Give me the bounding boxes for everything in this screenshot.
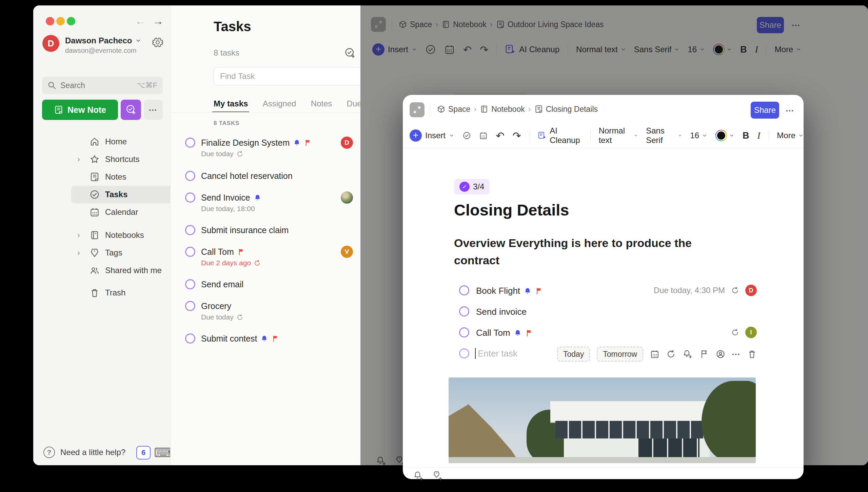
- font-family-select[interactable]: Sans Serif: [646, 126, 682, 145]
- assign-icon[interactable]: [716, 349, 725, 359]
- task-row[interactable]: Send invoice: [454, 303, 757, 322]
- people-icon: [89, 265, 100, 275]
- ai-cleanup-button[interactable]: AI Cleanup: [538, 126, 582, 145]
- calendar-icon[interactable]: [479, 130, 488, 141]
- gear-icon[interactable]: [152, 37, 163, 48]
- font-size-select[interactable]: 16: [690, 131, 707, 140]
- help-label: Need a little help?: [60, 448, 125, 457]
- notebook-icon: [480, 105, 489, 114]
- note-modal: Space › Notebook › Closing Details Share…: [403, 95, 804, 479]
- task-checkbox[interactable]: [185, 138, 195, 148]
- tab-assigned[interactable]: Assigned: [263, 99, 296, 112]
- more-formatting-select[interactable]: More: [777, 131, 804, 140]
- task-checkbox[interactable]: [459, 327, 469, 337]
- house-photo[interactable]: [449, 377, 756, 463]
- task-row[interactable]: Call Tom I: [454, 324, 757, 343]
- delete-task-icon[interactable]: [747, 349, 757, 359]
- task-checkbox: [459, 348, 469, 358]
- flag-icon: [237, 248, 245, 256]
- insert-button[interactable]: +Insert: [410, 129, 454, 142]
- task-checkbox[interactable]: [185, 279, 195, 289]
- reminder-bell-icon: [514, 329, 522, 337]
- due-tomorrow-button[interactable]: Tomorrow: [597, 347, 643, 362]
- check-circle-icon: [89, 189, 100, 200]
- help-link[interactable]: ? Need a little help?: [43, 447, 125, 458]
- task-checkbox[interactable]: [185, 301, 195, 311]
- task-checkbox[interactable]: [185, 333, 195, 344]
- task-more-icon[interactable]: •••: [732, 351, 741, 357]
- account-switcher[interactable]: Dawson Pacheco: [65, 36, 141, 45]
- task-checkbox[interactable]: [459, 285, 469, 295]
- note-subtitle[interactable]: Overview Everything is here to produce t…: [454, 234, 725, 269]
- breadcrumb-space[interactable]: Space: [448, 105, 470, 114]
- progress-check-icon: ✓: [459, 182, 470, 192]
- repeat-icon: [254, 260, 261, 267]
- tab-notes[interactable]: Notes: [311, 99, 332, 112]
- repeat-icon[interactable]: [731, 328, 739, 336]
- task-checkbox[interactable]: [185, 225, 195, 235]
- note-more-icon[interactable]: •••: [786, 108, 794, 114]
- add-tag-icon[interactable]: [432, 470, 443, 481]
- assignee-avatar[interactable]: D: [341, 137, 353, 149]
- due-date[interactable]: Due today, 4:30 PM: [654, 286, 725, 295]
- tasks-panel: Tasks 8 tasks ••• Find Task My tasks Ass…: [170, 5, 360, 465]
- calendar-icon: [89, 207, 100, 217]
- italic-button[interactable]: I: [757, 130, 761, 141]
- chevron-right-icon[interactable]: ›: [77, 231, 80, 239]
- note-title[interactable]: Closing Details: [454, 201, 569, 219]
- repeat-icon[interactable]: [731, 286, 739, 294]
- set-date-icon[interactable]: [650, 349, 659, 359]
- flag-icon: [304, 139, 312, 147]
- new-note-button[interactable]: New Note: [42, 100, 118, 120]
- new-task-button[interactable]: [121, 100, 141, 120]
- expand-note-icon[interactable]: [410, 102, 425, 117]
- notification-count-badge[interactable]: 6: [136, 446, 151, 459]
- find-task-input[interactable]: Find Task: [214, 67, 385, 85]
- add-task-icon[interactable]: [344, 47, 356, 59]
- task-checkbox[interactable]: [185, 171, 195, 181]
- redo-icon[interactable]: ↷: [513, 130, 521, 142]
- task-checkbox[interactable]: [185, 247, 195, 257]
- find-task-placeholder: Find Task: [220, 71, 370, 81]
- task-check-icon[interactable]: [462, 130, 471, 141]
- task-row[interactable]: Book Flight Due today, 4:30 PM D: [454, 282, 757, 301]
- new-task-row[interactable]: Enter task Today Tomorrow •••: [454, 345, 757, 364]
- search-shortcut: ⌥⌘F: [137, 81, 157, 90]
- flag-icon[interactable]: [699, 349, 709, 359]
- chevron-right-icon[interactable]: ›: [77, 249, 80, 257]
- repeat-icon: [236, 314, 243, 321]
- note-plus-icon: [54, 105, 63, 115]
- nav-back-icon[interactable]: ←: [135, 15, 146, 27]
- add-reminder-icon[interactable]: [683, 349, 693, 359]
- text-color-select[interactable]: [715, 130, 734, 141]
- window-zoom-button[interactable]: [67, 17, 75, 25]
- breadcrumb-note[interactable]: Closing Details: [546, 105, 598, 114]
- tab-my-tasks[interactable]: My tasks: [214, 99, 248, 112]
- assignee-avatar[interactable]: V: [341, 246, 353, 258]
- window-minimize-button[interactable]: [56, 17, 65, 25]
- more-create-button[interactable]: •••: [144, 100, 163, 120]
- assignee-avatar[interactable]: I: [745, 327, 757, 338]
- breadcrumb-notebook[interactable]: Notebook: [491, 105, 525, 114]
- divider: [430, 103, 430, 117]
- share-button[interactable]: Share: [751, 102, 779, 119]
- add-reminder-icon[interactable]: [413, 470, 424, 481]
- chevron-right-icon[interactable]: ›: [77, 155, 80, 163]
- assignee-avatar[interactable]: D: [745, 285, 757, 296]
- paragraph-style-select[interactable]: Normal text: [599, 126, 638, 145]
- nav-forward-icon[interactable]: →: [153, 15, 163, 27]
- assignee-avatar-photo[interactable]: [341, 191, 353, 204]
- modal-toolbar: +Insert ↶ ↷ AI Cleanup Normal text Sans …: [410, 126, 804, 145]
- bold-button[interactable]: B: [743, 130, 749, 141]
- keyboard-shortcuts-icon[interactable]: ⌨: [154, 445, 173, 460]
- avatar[interactable]: D: [42, 35, 59, 52]
- new-task-placeholder[interactable]: Enter task: [478, 348, 517, 359]
- footer-divider: [403, 467, 804, 467]
- task-checkbox[interactable]: [459, 306, 469, 316]
- recurrence-icon[interactable]: [666, 349, 676, 359]
- task-checkbox[interactable]: [185, 192, 195, 203]
- window-close-button[interactable]: [46, 17, 54, 25]
- undo-icon[interactable]: ↶: [496, 130, 504, 142]
- due-today-button[interactable]: Today: [557, 347, 590, 362]
- search-input[interactable]: Search ⌥⌘F: [42, 77, 163, 94]
